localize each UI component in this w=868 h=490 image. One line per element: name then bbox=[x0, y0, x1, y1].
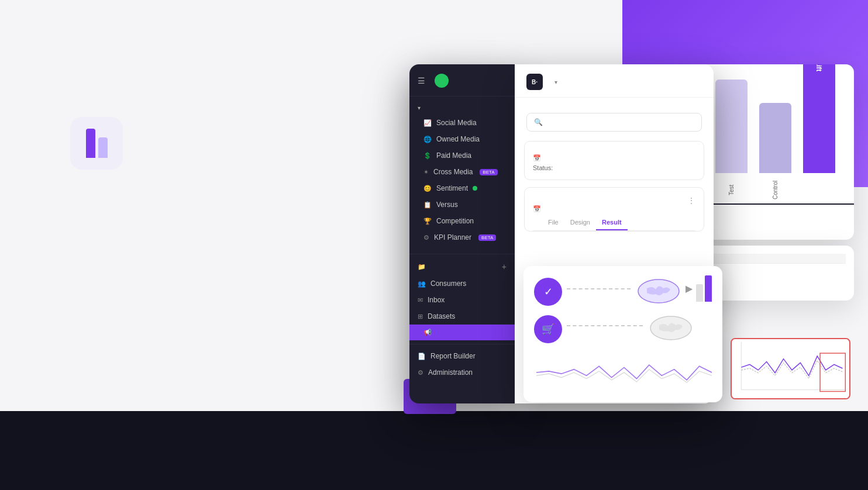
lift-chart-card: Test Control Lift bbox=[696, 64, 854, 240]
sin-ad-flow-item: 🛒 bbox=[534, 315, 562, 345]
sin-ad-icon: 🛒 bbox=[542, 323, 554, 336]
ad-circle: ✓ bbox=[534, 278, 562, 306]
sidebar-item-datasets[interactable]: ⊞ Datasets bbox=[409, 308, 515, 325]
paid-media-icon: 💲 bbox=[423, 152, 432, 160]
social-media-label: Social Media bbox=[436, 119, 477, 127]
geo-line-svg bbox=[536, 352, 712, 393]
experiment-tabs: File Design Result bbox=[533, 215, 695, 231]
sidebar-item-kpi-planner[interactable]: ⚙ KPI Planner BETA bbox=[409, 229, 515, 246]
sin-ad-circle: 🛒 bbox=[534, 315, 562, 343]
versus-label: Versus bbox=[436, 201, 458, 209]
test-bar-label: Test bbox=[728, 175, 735, 205]
tab-file[interactable]: File bbox=[542, 215, 564, 230]
sidebar-item-report-builder[interactable]: 📄 Report Builder bbox=[409, 348, 515, 364]
social-media-icon: 📈 bbox=[423, 119, 432, 127]
sidebar-item-social-media[interactable]: 📈 Social Media bbox=[409, 115, 515, 131]
consumers-icon: 👥 bbox=[418, 280, 426, 288]
competition-icon: 🏆 bbox=[423, 218, 432, 225]
control-bar-group: Control bbox=[759, 103, 791, 205]
control-map-item bbox=[647, 313, 694, 346]
geo-bottom-row: 🛒 bbox=[534, 313, 712, 346]
workspace-indicator: B· bbox=[526, 74, 543, 90]
exp-2-date: 📅 bbox=[533, 205, 695, 213]
sidebar-item-sentiment[interactable]: 😊 Sentiment bbox=[409, 180, 515, 196]
ad-check-icon: ✓ bbox=[544, 285, 553, 298]
wave-chart-panel bbox=[731, 338, 850, 399]
logo-bar-left bbox=[86, 129, 95, 158]
owned-media-label: Owned Media bbox=[436, 135, 480, 143]
mini-bar-1 bbox=[696, 284, 703, 302]
sidebar-item-cross-media[interactable]: ✴ Cross Media BETA bbox=[409, 164, 515, 180]
wave-chart-svg bbox=[732, 339, 849, 398]
sidebar-item-competition[interactable]: 🏆 Competition bbox=[409, 213, 515, 229]
nav-divider-1 bbox=[409, 254, 515, 254]
analytics-chevron: ▾ bbox=[418, 105, 421, 111]
main-header: B· ▾ bbox=[515, 64, 714, 98]
logo-bar-right bbox=[98, 137, 108, 158]
control-map-svg bbox=[647, 313, 694, 343]
test-map-svg bbox=[635, 277, 682, 306]
analytics-nav-header[interactable]: ▾ bbox=[409, 101, 515, 115]
calendar-icon-2: 📅 bbox=[533, 205, 541, 213]
bar-chart-mini bbox=[696, 275, 712, 302]
campaigns-icon: 📁 bbox=[418, 263, 426, 271]
float-card-body: 📅 bbox=[704, 264, 846, 292]
user-avatar[interactable] bbox=[435, 74, 449, 88]
logo-icon-box bbox=[70, 117, 123, 170]
report-builder-label: Report Builder bbox=[430, 352, 476, 360]
flow-dash-2 bbox=[567, 325, 643, 326]
tab-result[interactable]: Result bbox=[596, 215, 628, 230]
sidebar-item-campaigns[interactable]: 📁 + bbox=[409, 258, 515, 275]
calendar-icon: 📅 bbox=[533, 154, 541, 162]
control-bar-label: Control bbox=[772, 175, 779, 205]
lift-bar-chart: Test Control Lift bbox=[696, 64, 854, 205]
sidebar-item-inbox[interactable]: ✉ Inbox bbox=[409, 292, 515, 308]
sidebar-item-consumers[interactable]: 👥 Consumers bbox=[409, 275, 515, 292]
sidebar-item-versus[interactable]: 📋 Versus bbox=[409, 196, 515, 213]
administration-icon: ⚙ bbox=[418, 369, 423, 377]
kpi-planner-icon: ⚙ bbox=[423, 234, 429, 241]
analytics-section: ▾ 📈 Social Media 🌐 Owned Media 💲 Paid Me… bbox=[409, 96, 515, 250]
geo-chart-canvas bbox=[536, 352, 712, 393]
ad-flow-item: ✓ bbox=[534, 278, 562, 308]
owned-media-icon: 🌐 bbox=[423, 136, 432, 143]
experiment-card-1[interactable]: 📅 Status: bbox=[524, 141, 704, 180]
exp-1-date: 📅 bbox=[533, 154, 695, 162]
control-bar bbox=[759, 103, 791, 173]
cross-media-icon: ✴ bbox=[423, 168, 429, 176]
exp-2-menu-icon[interactable]: ⋮ bbox=[687, 196, 695, 205]
sidebar-item-geo-experiment[interactable]: 📢 bbox=[409, 325, 515, 340]
nav-divider-2 bbox=[409, 344, 515, 344]
flow-dash-1 bbox=[567, 288, 631, 289]
test-map-item bbox=[635, 277, 682, 309]
sentiment-label: Sentiment bbox=[436, 184, 468, 192]
tab-design[interactable]: Design bbox=[564, 215, 596, 230]
workspace-dropdown-arrow[interactable]: ▾ bbox=[554, 79, 557, 85]
paid-media-label: Paid Media bbox=[436, 151, 471, 160]
sidebar-item-administration[interactable]: ⚙ Administration bbox=[409, 364, 515, 381]
kpi-planner-label: KPI Planner bbox=[434, 233, 471, 241]
flow-arrow-1: ▶ bbox=[686, 283, 693, 294]
search-icon: 🔍 bbox=[534, 118, 543, 126]
geo-line-chart-area bbox=[534, 352, 712, 393]
competition-label: Competition bbox=[436, 217, 474, 225]
sentiment-status-dot bbox=[473, 186, 477, 191]
experiment-card-2[interactable]: ⋮ 📅 File Design Result bbox=[524, 187, 704, 232]
lift-bar-text: Lift bbox=[815, 64, 823, 71]
cross-media-badge: BETA bbox=[480, 169, 497, 175]
hamburger-icon[interactable]: ☰ bbox=[418, 76, 425, 85]
lift-bar-group: Lift bbox=[803, 64, 835, 205]
test-bar-group: Test bbox=[715, 80, 748, 205]
sidebar-header: ☰ bbox=[409, 74, 515, 96]
sidebar-panel: ☰ ▾ 📈 Social Media 🌐 Owned Media bbox=[409, 64, 515, 403]
datasets-label: Datasets bbox=[428, 312, 455, 320]
kpi-planner-badge: BETA bbox=[478, 234, 496, 241]
report-builder-icon: 📄 bbox=[418, 353, 426, 360]
sidebar-item-owned-media[interactable]: 🌐 Owned Media bbox=[409, 131, 515, 147]
experiment-search[interactable]: 🔍 bbox=[526, 113, 702, 132]
geo-experiment-icon: 📢 bbox=[423, 329, 432, 336]
versus-icon: 📋 bbox=[423, 201, 432, 209]
campaigns-add-button[interactable]: + bbox=[502, 262, 507, 271]
logo-bars-icon bbox=[86, 129, 108, 158]
sidebar-item-paid-media[interactable]: 💲 Paid Media bbox=[409, 147, 515, 164]
